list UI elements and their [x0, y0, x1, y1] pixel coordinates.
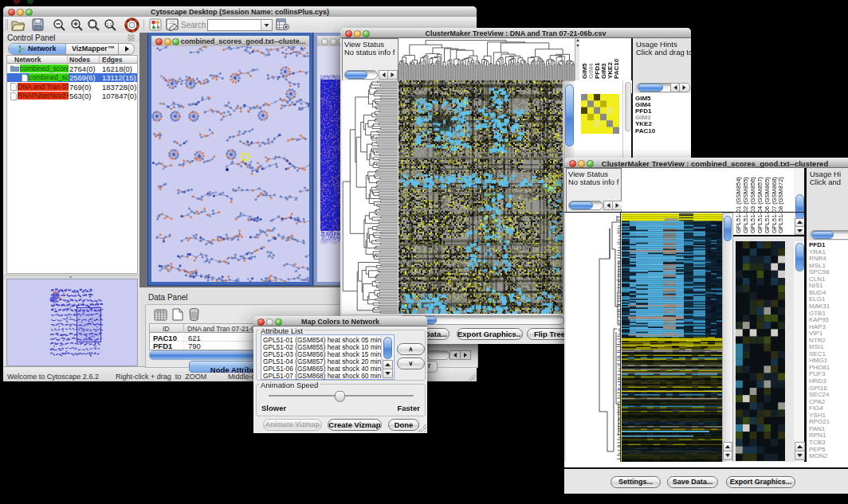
- svg-text:1:1: 1:1: [107, 22, 112, 27]
